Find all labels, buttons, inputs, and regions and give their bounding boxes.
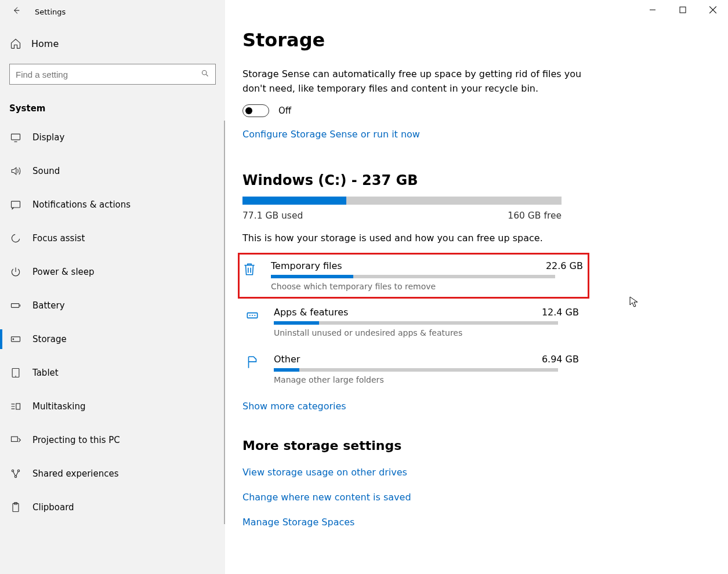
cursor-icon <box>629 296 639 308</box>
nav-label: Shared experiences <box>32 468 119 479</box>
power-icon <box>9 266 22 278</box>
battery-icon <box>9 299 22 312</box>
svg-rect-8 <box>12 437 18 441</box>
svg-point-0 <box>202 70 207 75</box>
section-label: System <box>0 87 225 121</box>
shared-icon <box>9 467 22 480</box>
show-more-categories-link[interactable]: Show more categories <box>242 401 346 412</box>
sidebar-item-focus-assist[interactable]: Focus assist <box>0 221 225 255</box>
nav-label: Notifications & actions <box>32 199 131 210</box>
nav-label: Storage <box>32 334 67 344</box>
clipboard-icon <box>9 501 22 514</box>
svg-point-10 <box>17 470 19 471</box>
focus-assist-icon <box>9 232 22 245</box>
sidebar-item-projecting[interactable]: Projecting to this PC <box>0 423 225 457</box>
nav-label: Battery <box>32 300 65 311</box>
sidebar-item-sound[interactable]: Sound <box>0 154 225 188</box>
usage-desc: This is how your storage is used and how… <box>242 232 585 244</box>
storage-icon <box>9 333 22 346</box>
used-label: 77.1 GB used <box>242 210 303 221</box>
toggle-label: Off <box>278 106 291 116</box>
svg-point-11 <box>15 475 16 477</box>
svg-point-9 <box>12 470 13 471</box>
home-label: Home <box>31 38 59 49</box>
category-size: 6.94 GB <box>542 354 579 365</box>
trash-icon <box>240 260 259 277</box>
back-button[interactable] <box>5 6 28 17</box>
search-box[interactable] <box>9 64 216 85</box>
projecting-icon <box>9 434 22 446</box>
category-other[interactable]: Other 6.94 GB Manage other large folders <box>242 346 585 393</box>
sidebar-item-notifications[interactable]: Notifications & actions <box>0 188 225 221</box>
svg-point-5 <box>13 339 14 340</box>
svg-rect-3 <box>12 304 19 308</box>
page-title: Storage <box>242 29 585 51</box>
search-icon <box>201 69 209 80</box>
main-panel: Storage Storage Sense can automatically … <box>225 0 728 574</box>
close-button[interactable] <box>698 0 728 20</box>
manage-storage-spaces-link[interactable]: Manage Storage Spaces <box>242 517 585 528</box>
app-title: Settings <box>35 8 66 16</box>
multitasking-icon <box>9 400 22 413</box>
maximize-button[interactable] <box>668 0 698 20</box>
sidebar-item-power-sleep[interactable]: Power & sleep <box>0 255 225 289</box>
category-sub: Manage other large folders <box>274 375 579 384</box>
category-name: Other <box>274 354 300 365</box>
free-label: 160 GB free <box>508 210 562 221</box>
svg-rect-14 <box>680 7 686 13</box>
sidebar-item-shared-experiences[interactable]: Shared experiences <box>0 457 225 491</box>
category-size: 12.4 GB <box>542 307 579 318</box>
svg-rect-2 <box>12 201 20 208</box>
storage-sense-toggle[interactable] <box>242 104 269 117</box>
home-icon <box>9 37 22 50</box>
nav-label: Display <box>32 132 64 143</box>
category-name: Temporary files <box>271 260 342 271</box>
category-sub: Choose which temporary files to remove <box>271 282 583 291</box>
drive-usage-bar <box>242 197 562 205</box>
category-name: Apps & features <box>274 307 348 318</box>
sidebar-item-storage[interactable]: Storage <box>0 322 225 356</box>
change-save-location-link[interactable]: Change where new content is saved <box>242 492 585 503</box>
more-settings-title: More storage settings <box>242 438 585 453</box>
category-temporary-files[interactable]: Temporary files 22.6 GB Choose which tem… <box>238 253 589 299</box>
sidebar-item-battery[interactable]: Battery <box>0 289 225 322</box>
nav-list: Display Sound Notifications & actions Fo… <box>0 121 225 524</box>
sidebar: Settings Home System Display Sound Notif… <box>0 0 225 574</box>
notifications-icon <box>9 198 22 211</box>
other-icon <box>242 354 262 370</box>
nav-label: Sound <box>32 166 60 176</box>
category-apps-features[interactable]: Apps & features 12.4 GB Uninstall unused… <box>242 299 585 346</box>
tablet-icon <box>9 366 22 379</box>
nav-label: Clipboard <box>32 502 74 513</box>
home-link[interactable]: Home <box>0 23 225 59</box>
sidebar-item-display[interactable]: Display <box>0 121 225 154</box>
configure-storage-sense-link[interactable]: Configure Storage Sense or run it now <box>242 129 420 140</box>
drive-title: Windows (C:) - 237 GB <box>242 172 585 188</box>
sidebar-item-tablet[interactable]: Tablet <box>0 356 225 390</box>
svg-rect-1 <box>12 134 20 140</box>
category-size: 22.6 GB <box>546 260 583 271</box>
nav-label: Projecting to this PC <box>32 435 120 445</box>
category-sub: Uninstall unused or undesired apps & fea… <box>274 328 579 337</box>
sidebar-item-multitasking[interactable]: Multitasking <box>0 390 225 423</box>
sound-icon <box>9 165 22 177</box>
storage-sense-desc: Storage Sense can automatically free up … <box>242 67 585 96</box>
sidebar-item-clipboard[interactable]: Clipboard <box>0 491 225 524</box>
nav-label: Multitasking <box>32 401 85 412</box>
apps-icon <box>242 307 262 323</box>
search-input[interactable] <box>16 70 201 79</box>
minimize-button[interactable] <box>638 0 668 20</box>
display-icon <box>9 131 22 144</box>
nav-label: Power & sleep <box>32 267 95 277</box>
view-other-drives-link[interactable]: View storage usage on other drives <box>242 467 585 478</box>
svg-rect-7 <box>16 404 20 409</box>
nav-label: Focus assist <box>32 233 85 244</box>
nav-label: Tablet <box>32 368 59 378</box>
